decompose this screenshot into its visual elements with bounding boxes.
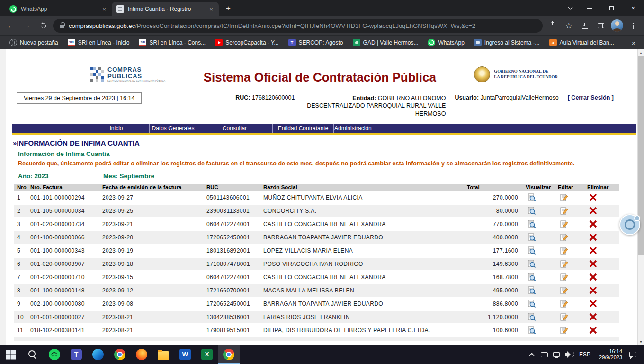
- bookmark-item[interactable]: SercopCapacita - Y...: [211, 37, 282, 48]
- minimize-button[interactable]: [579, 0, 600, 16]
- menu-item[interactable]: Entidad Contratante: [272, 124, 334, 133]
- table-row: 2 001-105-000000034 2023-09-25 239003113…: [14, 205, 619, 217]
- page-scrollbar[interactable]: ▲ ▼: [637, 49, 644, 345]
- menu-item[interactable]: Inicio: [83, 124, 149, 133]
- show-desktop-strip[interactable]: [642, 345, 644, 364]
- eliminar-button[interactable]: [589, 286, 597, 294]
- downloads-button[interactable]: [579, 19, 591, 32]
- editar-button[interactable]: [560, 260, 568, 268]
- logout-link[interactable]: [ Cerrar Sesión ]: [568, 92, 614, 101]
- column-header: Editar: [555, 184, 584, 191]
- eliminar-button[interactable]: [589, 246, 597, 255]
- visualizar-button[interactable]: [528, 220, 536, 228]
- address-bar[interactable]: compraspublicas.gob.ec/ProcesoContrataci…: [53, 19, 543, 33]
- close-button[interactable]: ×: [622, 0, 644, 16]
- side-panel-button[interactable]: [595, 19, 607, 32]
- visualizar-button[interactable]: [528, 326, 536, 335]
- visualizar-button[interactable]: [528, 260, 536, 268]
- bookmarks-overflow-icon[interactable]: »: [629, 39, 638, 46]
- eliminar-button[interactable]: [589, 193, 597, 201]
- menu-item[interactable]: Datos Generales: [149, 124, 197, 133]
- bookmark-item[interactable]: WhatsApp: [424, 37, 468, 48]
- visualizar-button[interactable]: [528, 273, 536, 282]
- eliminar-button[interactable]: [589, 273, 597, 281]
- editar-button[interactable]: [560, 220, 568, 228]
- bookmark-item[interactable]: SERCOP: Agosto: [285, 37, 347, 48]
- scroll-down-icon[interactable]: ▼: [638, 338, 644, 345]
- taskbar-teams[interactable]: [65, 345, 87, 364]
- visualizar-button[interactable]: [528, 286, 536, 295]
- bookmark-item[interactable]: SRI en Línea - Inicio: [64, 37, 134, 48]
- bookmark-star-button[interactable]: ☆: [563, 19, 575, 32]
- eliminar-button[interactable]: [589, 233, 597, 241]
- new-tab-button[interactable]: +: [222, 2, 235, 15]
- visualizar-button[interactable]: [528, 300, 536, 308]
- taskbar-edge[interactable]: [87, 345, 109, 364]
- tray-network[interactable]: [550, 345, 563, 364]
- bookmark-item[interactable]: Nueva pestaña: [6, 37, 62, 48]
- eliminar-button[interactable]: [589, 313, 597, 321]
- editar-button[interactable]: [560, 300, 568, 308]
- editar-button[interactable]: [560, 193, 568, 202]
- editar-button[interactable]: [560, 207, 568, 215]
- forward-button[interactable]: →: [21, 19, 33, 32]
- browser-menu-button[interactable]: [627, 19, 639, 32]
- editar-button[interactable]: [560, 233, 568, 242]
- tray-hidden-icons[interactable]: [526, 345, 538, 364]
- editar-button[interactable]: [560, 246, 568, 255]
- taskbar-spotify[interactable]: [44, 345, 65, 364]
- taskbar-word[interactable]: [174, 345, 196, 364]
- eliminar-button[interactable]: [589, 207, 597, 215]
- scroll-up-icon[interactable]: ▲: [638, 49, 644, 56]
- profile-avatar[interactable]: [611, 19, 623, 32]
- editar-button[interactable]: [560, 273, 568, 282]
- visualizar-button[interactable]: [528, 313, 536, 321]
- taskbar-start[interactable]: [0, 345, 22, 364]
- editar-button[interactable]: [560, 286, 568, 295]
- delete-x-icon: [589, 193, 597, 201]
- cell-nro: 11: [14, 324, 27, 337]
- taskbar-firefox[interactable]: [131, 345, 152, 364]
- taskbar-chrome[interactable]: [218, 345, 240, 364]
- tray-cast[interactable]: [538, 345, 550, 364]
- maximize-button[interactable]: [600, 0, 622, 16]
- action-center-button[interactable]: [626, 345, 639, 364]
- bookmark-item[interactable]: Aula Virtual del Ban...: [546, 37, 618, 48]
- bookmark-item[interactable]: Ingreso al Sistema -...: [470, 37, 544, 48]
- editar-button[interactable]: [560, 313, 568, 321]
- tab-close-icon[interactable]: ×: [207, 5, 215, 13]
- floating-widget[interactable]: [619, 214, 640, 235]
- eliminar-button[interactable]: [589, 300, 597, 308]
- refresh-button[interactable]: [37, 19, 49, 32]
- visualizar-button[interactable]: [528, 246, 536, 255]
- share-button[interactable]: [546, 19, 559, 32]
- tab-whatsapp[interactable]: WhatsApp ×: [5, 2, 112, 16]
- taskbar-file-explorer[interactable]: [152, 345, 174, 364]
- lock-icon[interactable]: [60, 25, 64, 28]
- back-button[interactable]: ←: [5, 19, 17, 32]
- cell-nro: 10: [14, 311, 27, 323]
- menu-item[interactable]: Consultar: [197, 124, 272, 133]
- tray-volume[interactable]: [563, 345, 575, 364]
- page-gutter: [0, 49, 6, 345]
- magnifier-document-icon: [528, 300, 536, 308]
- bookmark-item[interactable]: GAD | Valle Hermos...: [349, 37, 422, 48]
- tab-infima-cuantia[interactable]: Infima Cuantía - Registro ×: [112, 2, 219, 16]
- delete-x-icon: [589, 286, 597, 294]
- editar-button[interactable]: [560, 326, 568, 335]
- taskbar-excel[interactable]: [196, 345, 218, 364]
- taskbar-chrome[interactable]: [109, 345, 131, 364]
- taskbar-search[interactable]: [22, 345, 44, 364]
- visualizar-button[interactable]: [528, 193, 536, 202]
- bookmark-item[interactable]: SRI en Línea - Cons...: [135, 37, 209, 48]
- eliminar-button[interactable]: [589, 220, 597, 228]
- clock[interactable]: 16:14 29/9/2023: [595, 348, 626, 361]
- tab-search-chevron-icon[interactable]: [562, 0, 579, 16]
- menu-item[interactable]: Administración: [334, 124, 372, 133]
- visualizar-button[interactable]: [528, 233, 536, 242]
- language-indicator[interactable]: ESP: [575, 351, 595, 358]
- tab-close-icon[interactable]: ×: [100, 5, 108, 13]
- eliminar-button[interactable]: [589, 260, 597, 268]
- eliminar-button[interactable]: [589, 326, 597, 334]
- visualizar-button[interactable]: [528, 207, 536, 215]
